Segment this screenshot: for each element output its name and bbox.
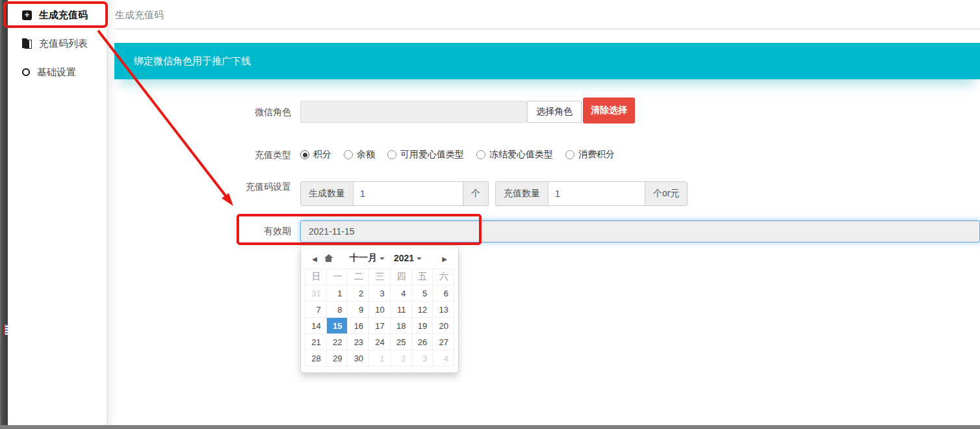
calendar-day[interactable]: 29 bbox=[326, 350, 348, 367]
validity-date-input[interactable] bbox=[300, 220, 980, 242]
radio-option-label: 积分 bbox=[313, 149, 331, 161]
calendar-week-row: 78910111213 bbox=[305, 302, 454, 318]
calendar-day[interactable]: 31 bbox=[305, 285, 327, 302]
calendar-day[interactable]: 18 bbox=[390, 318, 411, 334]
validity-label: 有效期 bbox=[172, 226, 291, 236]
chevron-left-icon[interactable] bbox=[309, 252, 320, 264]
calendar-day[interactable]: 5 bbox=[411, 285, 433, 302]
radio-option[interactable]: 可用爱心值类型 bbox=[387, 149, 464, 161]
calendar-day[interactable]: 14 bbox=[305, 318, 327, 334]
radio-option-label: 余额 bbox=[357, 149, 375, 161]
year-dropdown[interactable]: 2021 bbox=[394, 253, 422, 263]
calendar-day[interactable]: 25 bbox=[390, 334, 411, 350]
calendar-day[interactable]: 15 bbox=[326, 318, 348, 334]
month-label: 十一月 bbox=[350, 252, 377, 264]
circle-icon bbox=[22, 68, 30, 76]
recharge-qty-group: 充值数量 个or元 bbox=[495, 181, 688, 206]
calendar-week-row: 31123456 bbox=[305, 285, 454, 302]
datepicker-header: 十一月 2021 bbox=[305, 250, 454, 266]
calendar-day[interactable]: 12 bbox=[411, 302, 433, 318]
panel-heading: 绑定微信角色用于推广下线 bbox=[114, 43, 980, 79]
radio-icon[interactable] bbox=[476, 150, 485, 159]
calendar-day[interactable]: 16 bbox=[348, 318, 369, 334]
recharge-type-options: 积分余额可用爱心值类型冻结爱心值类型消费积分 bbox=[300, 149, 615, 161]
radio-option-label: 可用爱心值类型 bbox=[400, 149, 464, 161]
radio-option-label: 消费积分 bbox=[578, 149, 615, 161]
sidebar-item-label: 充值码列表 bbox=[39, 38, 88, 50]
calendar-day[interactable]: 9 bbox=[348, 302, 369, 318]
calendar-day[interactable]: 2 bbox=[348, 285, 369, 302]
radio-option-label: 冻结爱心值类型 bbox=[489, 149, 553, 161]
calendar-day[interactable]: 19 bbox=[411, 318, 433, 334]
clear-selection-button[interactable]: 清除选择 bbox=[583, 98, 635, 124]
calendar-day[interactable]: 1 bbox=[326, 285, 348, 302]
calendar-day[interactable]: 20 bbox=[433, 318, 454, 334]
calendar-body: 3112345678910111213141516171819202122232… bbox=[305, 285, 454, 367]
calendar-day[interactable]: 1 bbox=[369, 350, 391, 367]
wechat-role-input[interactable] bbox=[300, 101, 526, 123]
calendar-dow: 二 bbox=[348, 269, 369, 285]
select-role-button[interactable]: 选择角色 bbox=[527, 101, 582, 123]
radio-option[interactable]: 消费积分 bbox=[565, 149, 615, 161]
calendar-day[interactable]: 6 bbox=[433, 285, 454, 302]
sidebar-item-label: 基础设置 bbox=[37, 66, 76, 79]
wechat-role-label: 微信角色 bbox=[172, 107, 291, 117]
title-divider bbox=[114, 29, 980, 29]
calendar-day[interactable]: 3 bbox=[369, 285, 391, 302]
code-settings-label: 充值码设置 bbox=[172, 181, 291, 192]
year-label: 2021 bbox=[394, 253, 414, 263]
calendar-day[interactable]: 24 bbox=[369, 334, 391, 350]
chevron-right-icon[interactable] bbox=[439, 252, 450, 264]
home-icon[interactable] bbox=[324, 254, 333, 263]
datepicker-month-year: 十一月 2021 bbox=[333, 252, 439, 264]
calendar-day[interactable]: 27 bbox=[433, 334, 454, 350]
generate-qty-input[interactable] bbox=[354, 181, 463, 206]
calendar-day[interactable]: 21 bbox=[305, 334, 327, 350]
calendar-day[interactable]: 2 bbox=[390, 350, 411, 367]
calendar-day[interactable]: 30 bbox=[348, 350, 369, 367]
calendar-dow: 三 bbox=[369, 269, 391, 285]
calendar-day[interactable]: 22 bbox=[326, 334, 348, 350]
radio-icon[interactable] bbox=[565, 150, 574, 159]
calendar-day[interactable]: 23 bbox=[348, 334, 369, 350]
sidebar-item-label: 生成充值码 bbox=[39, 9, 88, 21]
radio-option[interactable]: 积分 bbox=[300, 149, 331, 161]
calendar-day[interactable]: 13 bbox=[433, 302, 454, 318]
calendar-day[interactable]: 26 bbox=[411, 334, 433, 350]
sidebar-menu: 生成充值码充值码列表基础设置 bbox=[8, 0, 107, 425]
radio-option[interactable]: 冻结爱心值类型 bbox=[476, 149, 553, 161]
calendar-day[interactable]: 3 bbox=[411, 350, 433, 367]
sidebar-item[interactable]: 生成充值码 bbox=[8, 4, 107, 26]
datepicker-popup: 十一月 2021 日一二三四五六 31123456789101112131415… bbox=[300, 245, 459, 373]
sidebar-item[interactable]: 基础设置 bbox=[8, 61, 107, 83]
bottom-bar bbox=[0, 425, 980, 429]
radio-icon[interactable] bbox=[300, 150, 309, 159]
copy-icon bbox=[22, 38, 32, 49]
caret-down-icon bbox=[417, 257, 422, 260]
calendar-day[interactable]: 11 bbox=[390, 302, 411, 318]
calendar-day[interactable]: 8 bbox=[326, 302, 348, 318]
month-dropdown[interactable]: 十一月 bbox=[350, 252, 385, 264]
calendar-dow: 六 bbox=[433, 269, 454, 285]
page-title: 生成充值码 bbox=[115, 9, 164, 21]
recharge-qty-input[interactable] bbox=[548, 181, 645, 206]
sidebar-item[interactable]: 充值码列表 bbox=[8, 32, 107, 55]
radio-icon[interactable] bbox=[344, 150, 353, 159]
calendar-day[interactable]: 4 bbox=[433, 350, 454, 367]
caret-down-icon bbox=[380, 257, 385, 260]
radio-icon[interactable] bbox=[387, 150, 396, 159]
plus-square-icon bbox=[22, 10, 32, 20]
calendar-day[interactable]: 28 bbox=[305, 350, 327, 367]
code-settings-groups: 生成数量 个 充值数量 个or元 bbox=[300, 181, 688, 206]
radio-option[interactable]: 余额 bbox=[344, 149, 375, 161]
main-content: 生成充值码 绑定微信角色用于推广下线 微信角色 选择角色 清除选择 充值类型 积… bbox=[107, 0, 980, 425]
calendar-day[interactable]: 4 bbox=[390, 285, 411, 302]
calendar-dow-row: 日一二三四五六 bbox=[305, 269, 454, 285]
generate-qty-addon: 生成数量 bbox=[300, 181, 354, 206]
calendar-day[interactable]: 7 bbox=[305, 302, 327, 318]
calendar-dow: 一 bbox=[326, 269, 348, 285]
calendar-dow: 四 bbox=[390, 269, 411, 285]
window-edge-strip bbox=[0, 0, 8, 429]
calendar-day[interactable]: 10 bbox=[369, 302, 391, 318]
calendar-day[interactable]: 17 bbox=[369, 318, 391, 334]
